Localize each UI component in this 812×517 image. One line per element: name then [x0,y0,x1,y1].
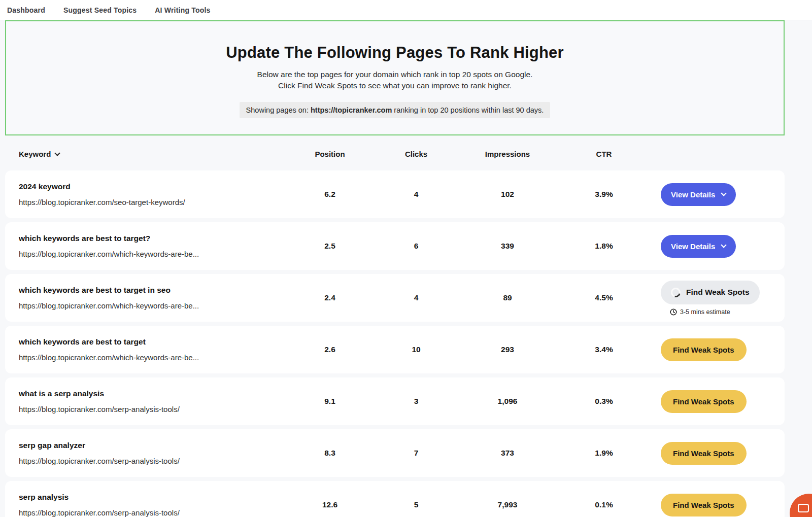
ctr-value: 3.9% [553,190,655,199]
find-weak-spots-loading-button[interactable]: Find Weak Spots [661,281,760,304]
subtitle-line-2: Click Find Weak Spots to see what you ca… [6,80,784,91]
ctr-value: 4.5% [553,293,655,302]
showing-prefix: Showing pages on: [246,106,311,114]
impressions-value: 102 [462,190,553,199]
keyword-cell: serp analysis https://blog.topicranker.c… [5,493,289,517]
keyword-url: https://blog.topicranker.com/which-keywo… [19,301,289,310]
keyword-label: what is a serp analysis [19,389,289,398]
position-value: 2.5 [289,242,370,251]
chevron-down-icon [55,150,60,156]
action-cell: Find Weak Spots [655,338,785,361]
subtitle-line-1: Below are the top pages for your domain … [6,69,784,80]
table-row: which keywords are best to target in seo… [5,274,785,322]
column-header-impressions: Impressions [462,150,553,158]
keyword-cell: 2024 keyword https://blog.topicranker.co… [5,182,289,206]
action-cell: Find Weak Spots [655,442,785,465]
column-header-clicks: Clicks [370,150,462,158]
chevron-down-icon [721,242,727,248]
view-details-label: View Details [671,190,715,199]
find-weak-spots-label: Find Weak Spots [673,449,734,458]
table-row: 2024 keyword https://blog.topicranker.co… [5,170,785,218]
find-weak-spots-label: Find Weak Spots [686,288,750,297]
impressions-value: 7,993 [462,500,553,509]
position-value: 2.6 [289,345,370,354]
clicks-value: 5 [370,500,462,509]
position-value: 2.4 [289,293,370,302]
table-row: serp analysis https://blog.topicranker.c… [5,481,785,517]
table-row: what is a serp analysis https://blog.top… [5,377,785,425]
keyword-label: serp analysis [19,493,289,502]
chat-widget-button[interactable] [790,494,812,517]
chat-bubble-icon [798,504,809,512]
clicks-value: 4 [370,190,462,199]
ctr-value: 3.4% [553,345,655,354]
clicks-value: 10 [370,345,462,354]
clicks-value: 7 [370,449,462,458]
keyword-cell: which keywords are best to target in seo… [5,286,289,310]
action-cell: Find Weak Spots [655,494,785,516]
find-weak-spots-label: Find Weak Spots [673,346,734,354]
nav-item-dashboard[interactable]: Dashboard [7,6,45,14]
find-weak-spots-button[interactable]: Find Weak Spots [661,442,747,465]
keyword-url: https://blog.topicranker.com/serp-analys… [19,457,289,465]
impressions-value: 373 [462,449,553,458]
position-value: 12.6 [289,500,370,509]
column-header-keyword[interactable]: Keyword [5,150,289,158]
keyword-url: https://blog.topicranker.com/which-keywo… [19,353,289,362]
impressions-value: 339 [462,242,553,251]
table-header: Keyword Position Clicks Impressions CTR [5,150,785,158]
keyword-label: 2024 keyword [19,182,289,191]
page-title: Update The Following Pages To Rank Highe… [6,44,784,62]
impressions-value: 293 [462,345,553,354]
clicks-value: 3 [370,397,462,406]
ctr-value: 1.8% [553,242,655,251]
clicks-value: 6 [370,242,462,251]
time-estimate-label: 3-5 mins estimate [680,308,730,316]
domain-label: https://topicranker.com [311,106,392,114]
find-weak-spots-button[interactable]: Find Weak Spots [661,338,747,361]
keyword-table: Keyword Position Clicks Impressions CTR … [5,150,785,517]
keyword-url: https://blog.topicranker.com/seo-target-… [19,198,289,206]
ctr-value: 1.9% [553,449,655,458]
ctr-value: 0.3% [553,397,655,406]
view-details-button[interactable]: View Details [661,183,736,206]
keyword-cell: serp gap analyzer https://blog.topicrank… [5,441,289,465]
keyword-label: which keywords are best to target [19,337,289,347]
view-details-label: View Details [671,242,715,251]
table-row: which keywords are best to target? https… [5,222,785,270]
position-value: 6.2 [289,190,370,199]
action-cell: View Details [655,183,785,206]
top-nav: Dashboard Suggest Seed Topics AI Writing… [0,0,812,20]
table-body: 2024 keyword https://blog.topicranker.co… [5,170,785,517]
table-row: which keywords are best to target https:… [5,326,785,373]
chevron-down-icon [721,190,727,196]
find-weak-spots-button[interactable]: Find Weak Spots [661,390,747,413]
find-weak-spots-loading-group: Find Weak Spots 3-5 mins estimate [661,281,785,316]
showing-suffix: ranking in top 20 positions within last … [392,106,544,114]
ctr-value: 0.1% [553,500,655,509]
table-row: serp gap analyzer https://blog.topicrank… [5,429,785,477]
view-details-button[interactable]: View Details [661,235,736,258]
column-header-ctr: CTR [553,150,655,158]
keyword-cell: what is a serp analysis https://blog.top… [5,389,289,413]
find-weak-spots-label: Find Weak Spots [673,397,734,406]
hero-panel: Update The Following Pages To Rank Highe… [5,20,785,135]
impressions-value: 89 [462,293,553,302]
position-value: 9.1 [289,397,370,406]
action-cell: Find Weak Spots [655,390,785,413]
column-header-position: Position [289,150,370,158]
keyword-header-label: Keyword [19,150,51,158]
keyword-url: https://blog.topicranker.com/which-keywo… [19,250,289,258]
keyword-cell: which keywords are best to target https:… [5,337,289,362]
showing-pages-status: Showing pages on: https://topicranker.co… [240,102,551,118]
find-weak-spots-label: Find Weak Spots [673,501,734,509]
find-weak-spots-button[interactable]: Find Weak Spots [661,494,747,516]
action-cell: Find Weak Spots 3-5 mins estimate [655,281,785,316]
keyword-url: https://blog.topicranker.com/serp-analys… [19,508,289,517]
keyword-url: https://blog.topicranker.com/serp-analys… [19,405,289,413]
nav-item-suggest-seed-topics[interactable]: Suggest Seed Topics [63,6,137,14]
time-estimate: 3-5 mins estimate [661,308,785,316]
nav-item-ai-writing-tools[interactable]: AI Writing Tools [155,6,210,14]
clock-icon [670,308,677,316]
keyword-label: which keywords are best to target? [19,234,289,243]
